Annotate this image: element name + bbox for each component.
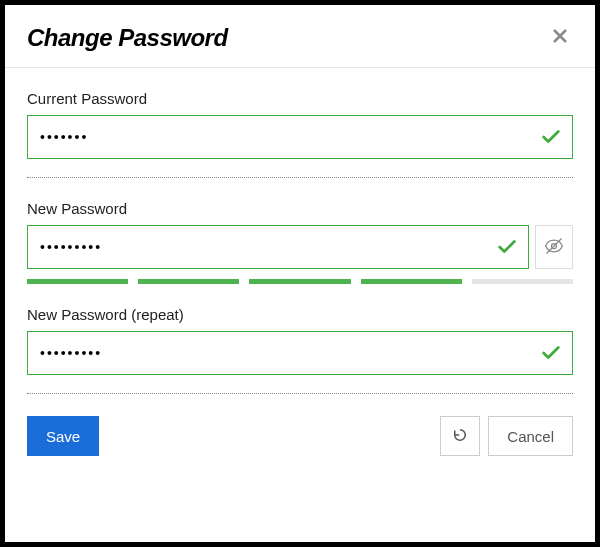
divider: [27, 177, 573, 178]
dialog-header: Change Password: [5, 5, 595, 68]
dialog-title: Change Password: [27, 24, 228, 52]
current-password-row: [27, 115, 573, 159]
check-icon: [496, 236, 518, 258]
close-icon: [551, 25, 569, 50]
repeat-password-label: New Password (repeat): [27, 306, 573, 323]
repeat-password-group: New Password (repeat): [27, 306, 573, 375]
new-password-row: [27, 225, 573, 269]
cancel-button[interactable]: Cancel: [488, 416, 573, 456]
toggle-visibility-button[interactable]: [535, 225, 573, 269]
current-password-group: Current Password: [27, 90, 573, 159]
password-strength-meter: [27, 279, 573, 284]
current-password-label: Current Password: [27, 90, 573, 107]
footer-right-group: Cancel: [440, 416, 573, 456]
undo-icon: [451, 426, 469, 447]
repeat-password-input-wrap: [27, 331, 573, 375]
close-button[interactable]: [547, 23, 573, 53]
check-icon: [540, 342, 562, 364]
current-password-input-wrap: [27, 115, 573, 159]
save-button[interactable]: Save: [27, 416, 99, 456]
form-body: Current Password New Password: [5, 68, 595, 394]
strength-segment: [361, 279, 462, 284]
new-password-input-wrap: [27, 225, 529, 269]
repeat-password-input[interactable]: [28, 332, 572, 374]
strength-segment: [27, 279, 128, 284]
reset-button[interactable]: [440, 416, 480, 456]
check-icon: [540, 126, 562, 148]
eye-off-icon: [544, 236, 564, 259]
strength-segment: [138, 279, 239, 284]
new-password-input[interactable]: [28, 226, 528, 268]
current-password-input[interactable]: [28, 116, 572, 158]
repeat-password-row: [27, 331, 573, 375]
strength-segment: [472, 279, 573, 284]
strength-segment: [249, 279, 350, 284]
divider: [27, 393, 573, 394]
new-password-group: New Password: [27, 200, 573, 284]
dialog-footer: Save Cancel: [5, 416, 595, 474]
new-password-label: New Password: [27, 200, 573, 217]
